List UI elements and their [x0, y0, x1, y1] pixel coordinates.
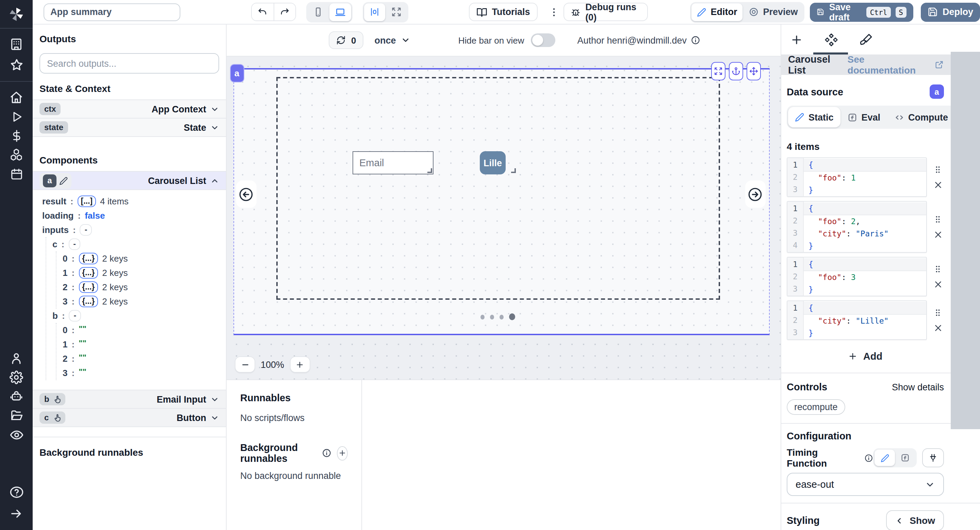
collapse-badge[interactable]: - — [80, 224, 92, 236]
schedule-dropdown[interactable]: once — [374, 35, 410, 45]
refresh-counter-button[interactable]: 0 — [329, 31, 363, 49]
expand-component-button[interactable] — [711, 62, 725, 80]
carousel-container[interactable] — [276, 77, 720, 300]
zoom-in-button[interactable] — [290, 356, 310, 373]
user-icon[interactable] — [0, 350, 33, 367]
component-row-b[interactable]: b Email Input — [33, 390, 226, 409]
preview-tab[interactable]: Preview — [743, 3, 803, 21]
schedules-calendar-icon[interactable] — [0, 166, 33, 182]
object-badge[interactable]: {...} — [79, 296, 98, 307]
carousel-next-button[interactable] — [745, 180, 765, 208]
delete-item-icon[interactable] — [933, 230, 942, 239]
hide-bar-toggle[interactable] — [531, 34, 555, 47]
save-draft-button[interactable]: Save draft Ctrl S — [810, 2, 913, 21]
timing-function-select[interactable]: ease-out — [787, 473, 944, 496]
move-component-button[interactable] — [746, 62, 760, 80]
info-icon[interactable] — [864, 453, 873, 462]
tree-row-c2[interactable]: 2: {...} 2 keys — [63, 280, 226, 294]
timing-plug-button[interactable] — [922, 448, 944, 467]
redo-button[interactable] — [274, 3, 295, 21]
selected-component-frame[interactable]: a Lille — [233, 68, 769, 335]
component-row-c[interactable]: c Button — [33, 408, 226, 427]
editor-tab[interactable]: Editor — [692, 3, 743, 21]
insert-component-tab-plus-icon[interactable] — [790, 33, 803, 46]
compute-mode-button[interactable]: Compute — [887, 107, 955, 128]
drag-handle-icon[interactable] — [933, 165, 943, 174]
help-icon[interactable] — [0, 484, 33, 500]
drag-handle-icon[interactable] — [933, 264, 943, 274]
center-layout-button[interactable] — [364, 3, 385, 21]
tutorials-button[interactable]: Tutorials — [469, 3, 537, 21]
full-width-layout-button[interactable] — [385, 3, 407, 21]
carousel-dot[interactable] — [500, 314, 504, 319]
collapse-badge[interactable]: - — [69, 310, 81, 322]
expand-rail-arrow-icon[interactable] — [0, 506, 33, 522]
resources-cubes-icon[interactable] — [0, 147, 33, 163]
delete-item-icon[interactable] — [933, 324, 942, 332]
button-component[interactable]: Lille — [480, 151, 506, 174]
tree-row-c3[interactable]: 3: {...} 2 keys — [63, 294, 226, 309]
tree-row-b1[interactable]: 1: "" — [63, 337, 226, 351]
pencil-icon[interactable] — [59, 176, 68, 185]
component-row-a[interactable]: a Carousel List — [33, 171, 226, 190]
carousel-dot[interactable] — [490, 314, 494, 319]
carousel-dot[interactable] — [480, 314, 485, 319]
array-badge[interactable]: [...] — [78, 196, 96, 207]
json-editor[interactable]: 123 { "foo": 3} — [787, 257, 927, 296]
tree-row-b[interactable]: b: - — [52, 309, 226, 323]
tree-row-result[interactable]: result: [...] 4 items — [42, 194, 226, 208]
settings-gear-icon[interactable] — [0, 369, 33, 386]
object-badge[interactable]: {...} — [79, 281, 98, 293]
timing-eval-button[interactable] — [895, 450, 915, 466]
add-item-button[interactable]: Add — [787, 351, 944, 362]
static-mode-button[interactable]: Static — [788, 107, 840, 128]
carousel-dot-active[interactable] — [509, 313, 515, 320]
delete-item-icon[interactable] — [933, 280, 942, 289]
delete-item-icon[interactable] — [933, 180, 942, 189]
object-badge[interactable]: {...} — [79, 253, 98, 264]
debug-runs-button[interactable]: Debug runs (0) — [564, 3, 648, 21]
email-input-component[interactable] — [353, 151, 434, 174]
zoom-out-button[interactable] — [235, 356, 255, 373]
audit-eye-icon[interactable] — [0, 426, 33, 443]
variables-dollar-icon[interactable] — [0, 128, 33, 144]
tree-row-loading[interactable]: loading: false — [42, 208, 226, 223]
workspace-icon[interactable] — [0, 36, 33, 53]
app-summary-input[interactable] — [43, 3, 180, 21]
tree-row-c0[interactable]: 0: {...} 2 keys — [63, 251, 226, 266]
object-badge[interactable]: {...} — [79, 267, 98, 279]
anchor-component-button[interactable] — [729, 62, 743, 80]
selected-component-badge[interactable]: a — [230, 64, 244, 82]
show-details-link[interactable]: Show details — [892, 382, 944, 392]
tree-row-b2[interactable]: 2: "" — [63, 351, 226, 366]
favorites-star-icon[interactable] — [0, 57, 33, 73]
tree-row-b0[interactable]: 0: "" — [63, 323, 226, 337]
home-icon[interactable] — [0, 89, 33, 105]
tree-row-inputs[interactable]: inputs: - — [42, 223, 226, 237]
json-editor[interactable]: 1234 { "foo": 2, "city": "Paris"} — [787, 201, 927, 253]
add-background-runnable-button[interactable] — [337, 446, 347, 460]
collapse-badge[interactable]: - — [68, 238, 81, 250]
info-icon[interactable] — [691, 35, 700, 45]
app-canvas[interactable]: a Lille — [227, 57, 781, 380]
more-options-kebab-icon[interactable] — [547, 3, 561, 21]
state-row[interactable]: state State — [33, 118, 226, 137]
deploy-button[interactable]: Deploy — [921, 2, 980, 21]
recompute-chip[interactable]: recompute — [787, 399, 845, 415]
eval-mode-button[interactable]: Eval — [840, 107, 888, 128]
drag-handle-icon[interactable] — [933, 215, 943, 224]
runs-play-icon[interactable] — [0, 108, 33, 125]
drag-handle-icon[interactable] — [933, 308, 943, 318]
resize-handle[interactable] — [511, 168, 515, 173]
search-outputs-input[interactable] — [40, 53, 219, 73]
info-icon[interactable] — [322, 448, 331, 458]
see-documentation-link[interactable]: See documentation — [848, 54, 944, 76]
json-editor[interactable]: 123 { "foo": 1} — [787, 157, 927, 197]
json-editor[interactable]: 123 { "city": "Lille"} — [787, 300, 927, 340]
styling-tab-brush-icon[interactable] — [859, 33, 872, 46]
timing-static-button[interactable] — [875, 450, 895, 466]
carousel-prev-button[interactable] — [236, 180, 256, 208]
styling-show-button[interactable]: Show — [886, 510, 944, 530]
workers-robot-icon[interactable] — [0, 388, 33, 405]
tree-row-c[interactable]: c: - — [52, 237, 226, 251]
